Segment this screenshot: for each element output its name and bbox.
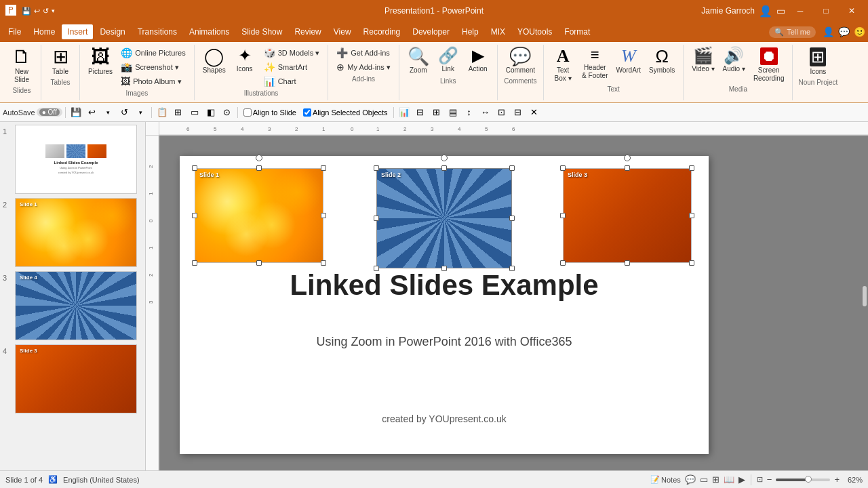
qat-undo[interactable]: ↩	[34, 7, 40, 16]
handle-rotate[interactable]	[256, 155, 262, 161]
slide-item-1[interactable]: 1 Linked Slides Example Using Zoom in Po…	[3, 125, 142, 194]
qat-btn[interactable]: 💾	[22, 7, 31, 16]
handle2-mr[interactable]	[509, 216, 515, 221]
video-btn[interactable]: 🎬 Video ▾	[689, 46, 717, 75]
handle-mr[interactable]	[321, 213, 326, 218]
handle3-rotate[interactable]	[624, 155, 631, 161]
reading-view-btn[interactable]: 📖	[724, 474, 734, 485]
toolbar-btn-2[interactable]: ⊞	[171, 105, 186, 120]
toolbar-btn-1[interactable]: 📋	[155, 105, 170, 120]
toolbar-btn-3[interactable]: ▭	[187, 105, 202, 120]
pictures-btn[interactable]: 🖼 Pictures	[85, 46, 115, 77]
table-btn[interactable]: ⊞ Table	[47, 46, 74, 77]
action-btn[interactable]: ▶ Action	[465, 46, 492, 75]
menu-item-slideshow[interactable]: Slide Show	[236, 24, 288, 39]
toolbar-btn-i[interactable]: ✕	[527, 105, 542, 120]
my-addins-btn[interactable]: ⊕ My Add-ins ▾	[334, 60, 393, 74]
menu-item-help[interactable]: Help	[456, 24, 484, 39]
slide-subtitle[interactable]: Using Zoom in PowerPoint 2016 with Offic…	[317, 335, 572, 349]
slide-item-4[interactable]: 4 Slide 3	[3, 344, 142, 413]
menu-item-recording[interactable]: Recording	[358, 24, 406, 39]
handle3-br[interactable]	[689, 260, 694, 266]
handle3-tr[interactable]	[689, 165, 694, 171]
handle3-bl[interactable]	[560, 260, 566, 266]
menu-item-file[interactable]: File	[3, 24, 26, 39]
handle3-tl[interactable]	[560, 165, 566, 171]
search-box[interactable]: 🔍 Tell me	[769, 26, 816, 38]
menu-item-developer[interactable]: Developer	[407, 24, 455, 39]
zoom-out-btn[interactable]: −	[767, 474, 772, 485]
audio-btn[interactable]: 🔊 Audio ▾	[720, 46, 748, 75]
slide-zoom-2[interactable]: Slide 2	[376, 168, 512, 268]
menu-item-review[interactable]: Review	[289, 24, 326, 39]
handle-br[interactable]	[321, 260, 326, 266]
toolbar-btn-f[interactable]: ↔	[478, 105, 493, 120]
slide-zoom-3[interactable]: Slide 3	[563, 168, 692, 263]
menu-item-design[interactable]: Design	[94, 24, 130, 39]
handle-tc[interactable]	[256, 165, 262, 171]
handle-bl[interactable]	[192, 260, 197, 266]
toolbar-btn-4[interactable]: ◧	[203, 105, 218, 120]
slide-zoom-1[interactable]: Slide 1	[195, 168, 323, 263]
zoom-slider-container[interactable]	[776, 479, 830, 481]
toolbar-btn-b[interactable]: ⊟	[413, 105, 428, 120]
slide-credit[interactable]: created by YOUpresent.co.uk	[382, 413, 506, 424]
slide-item-2[interactable]: 2 Slide 1	[3, 198, 142, 267]
undo-dropdown[interactable]: ▾	[101, 105, 116, 120]
toolbar-align-slide[interactable]: Align to Slide	[241, 107, 299, 118]
emoji-btn[interactable]: 🙂	[854, 26, 865, 37]
zoom-btn[interactable]: 🔍 Zoom	[405, 46, 432, 76]
handle2-tc[interactable]	[441, 165, 447, 171]
ribbon-display-btn[interactable]: ▭	[776, 5, 785, 16]
autosave-toggle[interactable]: ● Off	[37, 108, 62, 117]
redo-btn[interactable]: ↺	[117, 105, 132, 120]
redo-dropdown[interactable]: ▾	[134, 105, 149, 120]
slide-sorter-btn[interactable]: ⊞	[712, 474, 719, 485]
share-btn[interactable]: 👤	[823, 26, 834, 37]
shapes-btn[interactable]: ◯ Shapes	[200, 46, 229, 76]
toolbar-btn-g[interactable]: ⊡	[494, 105, 509, 120]
textbox-btn[interactable]: A TextBox ▾	[549, 46, 576, 84]
handle-tr[interactable]	[321, 165, 326, 171]
icons-btn[interactable]: ✦ Icons	[231, 46, 258, 75]
get-addins-btn[interactable]: ➕ Get Add-ins	[334, 46, 393, 60]
chart-btn[interactable]: 📊 Chart	[261, 75, 323, 88]
menu-item-mix[interactable]: MIX	[486, 24, 511, 39]
menu-item-home[interactable]: Home	[28, 24, 60, 39]
fit-slide-btn[interactable]: ⊡	[757, 475, 763, 484]
photo-album-btn[interactable]: 🖼 Photo Album ▾	[118, 75, 189, 88]
accessibility-icon[interactable]: ♿	[48, 475, 58, 484]
handle2-ml[interactable]	[374, 216, 379, 221]
qat-redo[interactable]: ↺	[43, 7, 49, 16]
wordart-btn[interactable]: W WordArt	[613, 46, 644, 76]
normal-view-btn[interactable]: ▭	[700, 474, 708, 485]
toolbar-btn-a[interactable]: 📊	[397, 105, 412, 120]
menu-item-view[interactable]: View	[328, 24, 357, 39]
toolbar-btn-d[interactable]: ▤	[446, 105, 460, 120]
zoom-in-btn[interactable]: +	[834, 474, 840, 485]
handle3-bc[interactable]	[625, 260, 630, 266]
user-avatar[interactable]: 👤	[759, 5, 772, 18]
slide-thumb-1[interactable]: Linked Slides Example Using Zoom in Powe…	[15, 125, 137, 194]
toolbar-btn-e[interactable]: ↕	[462, 105, 477, 120]
menu-item-transitions[interactable]: Transitions	[132, 24, 182, 39]
handle-tl[interactable]	[192, 165, 197, 171]
handle2-tl[interactable]	[374, 165, 379, 171]
screen-recording-btn[interactable]: ⏺ ScreenRecording	[751, 46, 787, 84]
comments-panel-btn[interactable]: 💬	[685, 474, 696, 485]
qat-dropdown[interactable]: ▾	[52, 7, 55, 14]
toolbar-btn-h[interactable]: ⊟	[511, 105, 526, 120]
screenshot-btn[interactable]: 📸 Screenshot ▾	[118, 60, 189, 74]
restore-btn[interactable]: □	[815, 1, 837, 20]
smartart-btn[interactable]: ✨ SmartArt	[261, 60, 323, 74]
comments-btn[interactable]: 💬	[838, 26, 850, 37]
slide-thumb-4[interactable]: Slide 3	[15, 344, 137, 413]
align-selected-checkbox[interactable]	[303, 108, 311, 117]
slide-thumb-2[interactable]: Slide 1	[15, 198, 137, 267]
new-slide-btn[interactable]: 🗋 NewSlide	[8, 46, 35, 85]
slideshow-btn[interactable]: ▶	[738, 474, 745, 485]
menu-item-animations[interactable]: Animations	[184, 24, 235, 39]
symbols-btn[interactable]: Ω Symbols	[646, 46, 677, 76]
handle3-mr[interactable]	[689, 213, 694, 218]
handle2-rotate[interactable]	[441, 155, 448, 161]
